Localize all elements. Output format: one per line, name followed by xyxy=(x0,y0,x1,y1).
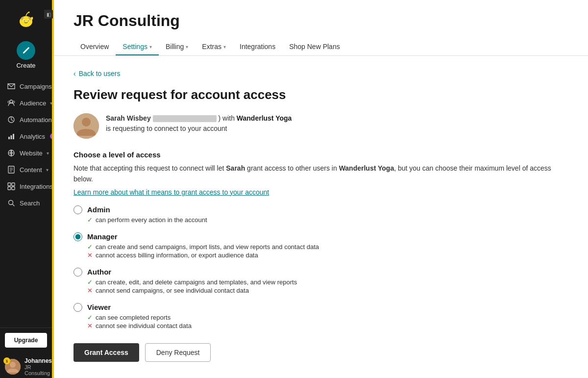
billing-tab-arrow: ▾ xyxy=(186,44,188,50)
upgrade-button[interactable]: Upgrade xyxy=(5,333,47,348)
analytics-new-badge: New xyxy=(50,133,52,139)
radio-admin[interactable] xyxy=(74,205,82,214)
access-section: Choose a level of access Note that accep… xyxy=(74,151,568,197)
sidebar-item-website[interactable]: Website ▾ xyxy=(0,145,52,161)
tab-extras[interactable]: Extras ▾ xyxy=(195,39,233,55)
sidebar-item-content[interactable]: Content ▾ xyxy=(0,161,52,178)
pencil-icon xyxy=(22,46,30,55)
x-icon: ✕ xyxy=(87,287,93,294)
check-icon: ✓ xyxy=(87,278,93,286)
page-title: JR Consulting xyxy=(74,12,568,30)
learn-more-link[interactable]: Learn more about what it means to grant … xyxy=(74,188,269,196)
requester-org: Wanderlust Yoga xyxy=(237,114,292,122)
sidebar-item-audience[interactable]: Audience ▾ xyxy=(0,95,52,111)
radio-manager[interactable] xyxy=(74,232,82,241)
audience-arrow: ▾ xyxy=(50,101,52,106)
deny-request-button[interactable]: Deny Request xyxy=(145,343,211,362)
website-icon xyxy=(7,149,16,157)
website-arrow: ▾ xyxy=(47,151,49,156)
radio-viewer[interactable] xyxy=(74,303,82,312)
notification-badge: 1 xyxy=(3,357,10,364)
create-label: Create xyxy=(16,62,35,69)
check-icon: ✓ xyxy=(87,243,93,251)
svg-point-8 xyxy=(28,21,29,22)
sidebar: ◧ Create Campaigns ▾ Audience ▾ xyxy=(0,0,54,378)
back-to-users-link[interactable]: ‹ Back to users xyxy=(74,70,568,77)
svg-point-27 xyxy=(82,118,91,126)
role-viewer-perms: ✓can see completed reports ✕cannot see i… xyxy=(87,314,568,329)
svg-point-23 xyxy=(9,201,13,205)
role-author: Author ✓can create, edit, and delete cam… xyxy=(74,268,568,294)
svg-point-10 xyxy=(10,100,13,103)
svg-rect-15 xyxy=(11,135,12,139)
chevron-left-icon: ‹ xyxy=(74,70,76,77)
svg-rect-19 xyxy=(8,183,11,186)
header-tabs: Overview Settings ▾ Billing ▾ Extras ▾ I… xyxy=(74,39,568,55)
user-org: JR Consulting xyxy=(24,364,52,376)
svg-point-11 xyxy=(8,101,10,103)
sidebar-item-integrations[interactable]: Integrations ▾ xyxy=(0,178,52,195)
sidebar-item-automations[interactable]: Automations ▾ xyxy=(0,111,52,128)
top-bar: JR Consulting Overview Settings ▾ Billin… xyxy=(54,0,588,56)
requester-desc: is requesting to connect to your account xyxy=(106,124,292,134)
campaigns-icon xyxy=(7,82,16,91)
content-area: ‹ Back to users Review request for accou… xyxy=(54,56,588,378)
role-author-perms: ✓can create, edit, and delete campaigns … xyxy=(87,278,568,294)
sidebar-nav: Campaigns ▾ Audience ▾ Automations ▾ Ana… xyxy=(0,78,52,328)
access-description: Note that accepting this request to conn… xyxy=(74,163,568,185)
tab-billing[interactable]: Billing ▾ xyxy=(159,39,195,55)
svg-rect-22 xyxy=(12,187,15,190)
roles-radio-group: Admin ✓can perform every action in the a… xyxy=(74,205,568,329)
svg-rect-14 xyxy=(8,137,10,139)
audience-icon xyxy=(7,99,16,107)
sidebar-item-analytics[interactable]: Analytics New ▾ xyxy=(0,128,52,145)
role-admin-label: Admin xyxy=(87,205,110,214)
create-section: Create xyxy=(0,37,52,78)
extras-tab-arrow: ▾ xyxy=(223,44,226,50)
svg-point-9 xyxy=(28,12,30,13)
requester-row: Sarah Wisbey ) with Wanderlust Yoga is r… xyxy=(74,113,568,139)
action-buttons: Grant Access Deny Request xyxy=(74,343,568,362)
sidebar-collapse-button[interactable]: ◧ xyxy=(44,10,53,19)
mailchimp-logo-icon xyxy=(15,9,37,30)
sidebar-item-search[interactable]: Search xyxy=(0,195,52,211)
role-manager-perms: ✓can create and send campaigns, import l… xyxy=(87,243,568,259)
requester-email-blurred xyxy=(153,115,217,122)
role-manager: Manager ✓can create and send campaigns, … xyxy=(74,232,568,259)
svg-rect-20 xyxy=(12,183,15,186)
sidebar-logo-area: ◧ xyxy=(0,0,52,37)
role-manager-label: Manager xyxy=(87,232,118,241)
x-icon: ✕ xyxy=(87,252,93,259)
tab-shop-new-plans[interactable]: Shop New Plans xyxy=(282,39,347,55)
role-admin-perms: ✓can perform every action in the account xyxy=(87,216,568,224)
search-icon xyxy=(7,199,16,207)
user-row[interactable]: 1 Johannes JR Consulting xyxy=(0,353,52,378)
analytics-icon xyxy=(7,132,16,141)
tab-integrations[interactable]: Integrations xyxy=(233,39,282,55)
requester-name: Sarah Wisbey xyxy=(106,114,151,122)
grant-access-button[interactable]: Grant Access xyxy=(74,343,139,362)
tab-overview[interactable]: Overview xyxy=(74,39,116,55)
sidebar-footer: Upgrade xyxy=(0,328,52,353)
content-arrow: ▾ xyxy=(46,167,49,173)
user-info: Johannes JR Consulting xyxy=(24,357,52,376)
content-icon xyxy=(7,165,16,174)
tab-settings[interactable]: Settings ▾ xyxy=(116,39,159,55)
settings-tab-arrow: ▾ xyxy=(149,44,152,50)
create-button[interactable] xyxy=(17,41,35,60)
requester-avatar xyxy=(74,113,99,139)
check-icon: ✓ xyxy=(87,216,93,224)
requester-avatar-image xyxy=(74,113,99,139)
svg-rect-16 xyxy=(13,134,14,139)
check-icon: ✓ xyxy=(87,314,93,321)
automations-icon xyxy=(7,115,16,124)
role-admin: Admin ✓can perform every action in the a… xyxy=(74,205,568,224)
role-viewer-label: Viewer xyxy=(87,303,111,311)
section-title: Review request for account access xyxy=(74,87,568,102)
access-section-title: Choose a level of access xyxy=(74,151,568,159)
integrations-icon xyxy=(7,182,16,191)
role-viewer: Viewer ✓can see completed reports ✕canno… xyxy=(74,303,568,329)
sidebar-item-campaigns[interactable]: Campaigns ▾ xyxy=(0,78,52,95)
svg-point-12 xyxy=(13,101,15,103)
radio-author[interactable] xyxy=(74,268,82,277)
